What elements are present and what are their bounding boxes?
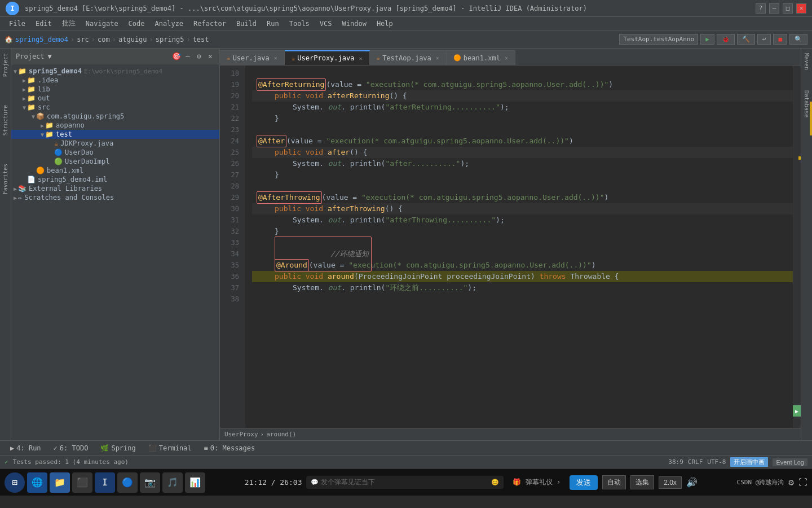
close-panel-icon[interactable]: ✕ [206, 52, 215, 61]
tree-item-userdaoimpl[interactable]: ▶ 🟢 UserDaoImpl [11, 157, 219, 166]
app3-btn[interactable]: 🎵 [162, 472, 183, 493]
favorites-tab[interactable]: Favorites [1, 161, 10, 196]
emoji-btn[interactable]: 😊 [491, 479, 499, 486]
code-line-23 [252, 124, 793, 135]
breadcrumb-icon: 🏠 [5, 36, 13, 43]
browser-btn[interactable]: 🌐 [27, 472, 47, 493]
code-line-22: } [252, 113, 793, 124]
tree-item-bean1xml[interactable]: ▶ 🟠 bean1.xml [11, 166, 219, 175]
locate-icon[interactable]: 🎯 [172, 52, 181, 61]
search-btn[interactable]: 🔍 [789, 34, 807, 45]
tree-item-scratches[interactable]: ▶ ✏️ Scratches and Consoles [11, 193, 219, 202]
tree-item-idea[interactable]: ▶ 📁 .idea [11, 76, 219, 85]
code-line-24: @After(value = "execution(* com.atguigu.… [252, 135, 793, 147]
menu-tools[interactable]: Tools [285, 19, 314, 29]
maximize-btn[interactable]: □ [783, 3, 793, 14]
menu-refactor[interactable]: Refactor [189, 19, 231, 29]
tree-item-test[interactable]: ▼ 📁 test [11, 130, 219, 139]
dropdown-icon[interactable]: ▼ [48, 52, 52, 60]
tab-testaop-java[interactable]: ☕ TestAop.java ✕ [370, 50, 447, 65]
tab-todo[interactable]: ✓ 6: TODO [48, 443, 94, 453]
app4-btn[interactable]: 📊 [185, 472, 205, 493]
input-icon: 💬 [311, 479, 319, 486]
settings-icon[interactable]: ⚙ [195, 52, 204, 61]
event-log-btn[interactable]: Event Log [773, 458, 807, 466]
toolbar: 🏠 spring5_demo4 › src › com › atguigu › … [0, 30, 812, 49]
explorer-btn[interactable]: 📁 [50, 472, 70, 493]
code-editor[interactable]: @AfterReturning(value = "execution(* com… [245, 65, 793, 428]
scrollbar[interactable]: ▶ [793, 65, 801, 428]
tree-item-lib[interactable]: ▶ 📁 lib [11, 85, 219, 94]
debug-btn[interactable]: 🐞 [717, 34, 735, 45]
menu-annotate[interactable]: 批注 [58, 17, 80, 29]
toolbar-actions: TestAop.testAopAnno ▶ 🐞 🔨 ↩ ■ 🔍 [619, 34, 807, 45]
tab-bean1-xml[interactable]: 🟠 bean1.xml ✕ [447, 50, 515, 65]
tab-messages[interactable]: ≡ 0: Messages [198, 443, 261, 453]
help-btn[interactable]: ? [756, 3, 766, 14]
gift-icon[interactable]: 🎁 弹幕礼仪 › [508, 476, 565, 488]
editor-area: ☕ User.java ✕ ☕ UserProxy.java ✕ ☕ TestA… [220, 49, 801, 440]
chrome-btn[interactable]: 🔵 [117, 472, 138, 493]
playlist-btn[interactable]: 选集 [630, 475, 654, 489]
close-tab-user[interactable]: ✕ [274, 55, 277, 61]
send-btn[interactable]: 发送 [570, 475, 598, 490]
code-line-27: } [252, 169, 793, 181]
start-btn[interactable]: ⊞ [5, 472, 25, 493]
tree-item-iml[interactable]: ▶ 📄 spring5_demo4.iml [11, 175, 219, 184]
build-btn[interactable]: 🔨 [737, 34, 755, 45]
breadcrumb-src[interactable]: src [77, 36, 89, 43]
maven-tab[interactable]: Maven [802, 49, 811, 75]
tab-user-java[interactable]: ☕ User.java ✕ [220, 50, 285, 65]
menu-code[interactable]: Code [124, 19, 149, 29]
menu-navigate[interactable]: Navigate [81, 19, 123, 29]
menu-analyze[interactable]: Analyze [151, 19, 188, 29]
breadcrumb-project[interactable]: spring5_demo4 [15, 36, 68, 43]
project-tab[interactable]: Project [1, 51, 10, 79]
menu-edit[interactable]: Edit [31, 19, 56, 29]
run-btn[interactable]: ▶ [700, 34, 714, 45]
picture-in-picture-btn[interactable]: 开启画中画 [730, 457, 768, 467]
scroll-btn[interactable]: ▶ [793, 405, 801, 417]
minimize-btn[interactable]: — [769, 3, 779, 14]
close-btn[interactable]: ✕ [796, 3, 806, 14]
rerun-btn[interactable]: ↩ [757, 34, 771, 45]
auto-btn[interactable]: 自动 [602, 475, 626, 489]
menu-help[interactable]: Help [372, 19, 398, 29]
menu-build[interactable]: Build [232, 19, 261, 29]
app2-btn[interactable]: 📷 [140, 472, 160, 493]
menu-window[interactable]: Window [338, 19, 371, 29]
close-tab-testaop[interactable]: ✕ [436, 55, 439, 61]
tree-item-project[interactable]: ▼ 📁 spring5_demo4 E:\work\spring5_demo4 [11, 67, 219, 76]
breadcrumb-com[interactable]: com [98, 36, 110, 43]
breadcrumb-spring5[interactable]: spring5 [156, 36, 184, 43]
fullscreen-icon[interactable]: ⛶ [798, 477, 807, 488]
tree-item-jdkproxy[interactable]: ▶ ☕ JDKProxy.java [11, 139, 219, 148]
tree-item-package[interactable]: ▼ 📦 com.atguigu.spring5 [11, 112, 219, 121]
tab-spring[interactable]: 🌿 Spring [95, 443, 141, 453]
cmd-btn[interactable]: ⬛ [72, 472, 92, 493]
close-tab-userproxy[interactable]: ✕ [359, 55, 362, 62]
tree-item-aopanno[interactable]: ▶ 📁 aopanno [11, 121, 219, 130]
collapse-icon[interactable]: — [183, 52, 192, 61]
tree-item-src[interactable]: ▼ 📁 src [11, 103, 219, 112]
tab-run[interactable]: ▶ 4: Run [5, 443, 47, 453]
idea-btn[interactable]: I [95, 472, 115, 493]
tree-item-out[interactable]: ▶ 📁 out [11, 94, 219, 103]
stop-btn[interactable]: ■ [773, 34, 787, 45]
close-tab-bean1[interactable]: ✕ [505, 55, 508, 61]
tree-item-external-libs[interactable]: ▶ 📚 External Libraries [11, 184, 219, 193]
tree-item-userdao[interactable]: ▶ 🔵 UserDao [11, 148, 219, 157]
speed-btn[interactable]: 2.0x [659, 476, 682, 489]
breadcrumb: 🏠 spring5_demo4 › src › com › atguigu › … [5, 36, 617, 43]
menu-file[interactable]: File [5, 19, 30, 29]
menu-vcs[interactable]: VCS [315, 19, 337, 29]
breadcrumb-atguigu[interactable]: atguigu [118, 36, 147, 43]
tab-terminal[interactable]: ⬛ Terminal [143, 443, 197, 453]
annotation-after: @After [257, 135, 286, 147]
breadcrumb-test[interactable]: test [193, 36, 209, 43]
tab-userproxy-java[interactable]: ☕ UserProxy.java ✕ [285, 50, 370, 65]
menu-run[interactable]: Run [262, 19, 284, 29]
run-config[interactable]: TestAop.testAopAnno [619, 34, 698, 45]
settings-taskbar-icon[interactable]: ⚙ [788, 477, 794, 488]
structure-tab[interactable]: Structure [1, 103, 10, 138]
